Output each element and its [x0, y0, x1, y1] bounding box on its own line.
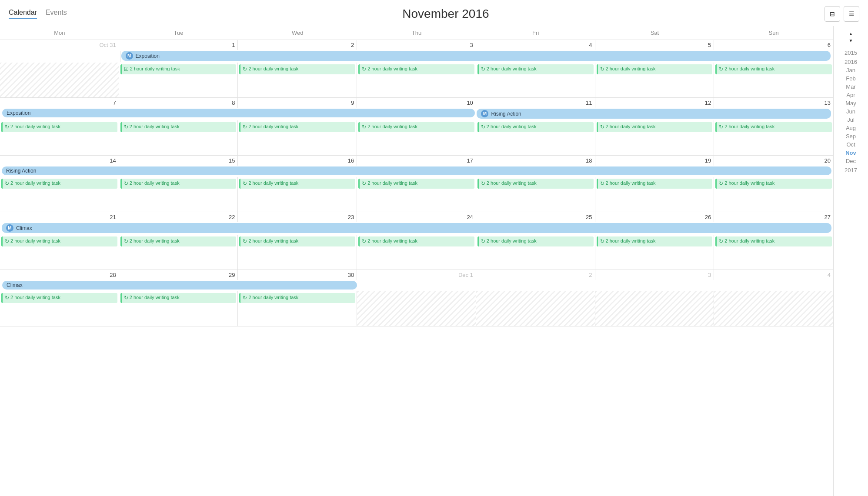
sidebar-month-feb[interactable]: Feb	[846, 75, 855, 82]
task-nov8[interactable]: ↻ 2 hour daily writing task	[120, 122, 237, 132]
sidebar-month-jan[interactable]: Jan	[846, 67, 855, 73]
banner-spacer	[2, 51, 120, 62]
exposition-banner[interactable]: M Exposition	[121, 51, 831, 61]
event-cell-nov22: ↻ 2 hour daily writing task	[119, 235, 238, 270]
task-label: 2 hour daily writing task	[130, 294, 180, 301]
sidebar-year-2017[interactable]: 2017	[845, 167, 857, 173]
task-nov18[interactable]: ↻ 2 hour daily writing task	[477, 179, 594, 189]
refresh-icon: ↻	[600, 66, 604, 73]
banner-label: Rising Action	[491, 111, 521, 117]
task-nov20[interactable]: ↻ 2 hour daily writing task	[715, 179, 832, 189]
sidebar-year-2016[interactable]: 2016	[845, 59, 857, 65]
event-cell-nov8: ↻ 2 hour daily writing task	[119, 120, 238, 155]
task-nov22[interactable]: ↻ 2 hour daily writing task	[120, 236, 237, 246]
rising-action-banner-w3[interactable]: Rising Action	[2, 166, 831, 175]
task-nov13[interactable]: ↻ 2 hour daily writing task	[715, 122, 832, 132]
rising-action-banner-w2[interactable]: M Rising Action	[477, 109, 831, 119]
event-cell-dec1	[357, 291, 476, 326]
task-nov21[interactable]: ↻ 2 hour daily writing task	[1, 236, 117, 246]
sidebar-month-dec[interactable]: Dec	[846, 158, 856, 164]
task-nov7[interactable]: ↻ 2 hour daily writing task	[1, 122, 117, 132]
task-nov6[interactable]: ↻ 2 hour daily writing task	[715, 64, 832, 74]
task-nov11[interactable]: ↻ 2 hour daily writing task	[477, 122, 594, 132]
climax-banner-w5[interactable]: Climax	[2, 281, 357, 290]
task-nov4[interactable]: ↻ 2 hour daily writing task	[477, 64, 594, 74]
refresh-icon: ↻	[719, 238, 723, 245]
task-nov17[interactable]: ↻ 2 hour daily writing task	[358, 179, 474, 189]
tab-calendar[interactable]: Calendar	[9, 9, 37, 19]
task-nov9[interactable]: ↻ 2 hour daily writing task	[239, 122, 355, 132]
task-nov14[interactable]: ↻ 2 hour daily writing task	[1, 179, 117, 189]
sidebar-year-2015[interactable]: 2015	[845, 50, 857, 56]
task-label: 2 hour daily writing task	[248, 123, 298, 130]
task-nov2[interactable]: ↻ 2 hour daily writing task	[239, 64, 355, 74]
task-nov12[interactable]: ↻ 2 hour daily writing task	[597, 122, 713, 132]
task-label: 2 hour daily writing task	[724, 123, 775, 130]
date-nov20: 20	[714, 156, 833, 166]
event-cell-nov12: ↻ 2 hour daily writing task	[595, 120, 714, 155]
main-layout: Mon Tue Wed Thu Fri Sat Sun Oct 31 1 2 3…	[0, 26, 868, 496]
sidebar-month-jul[interactable]: Jul	[847, 117, 855, 123]
refresh-icon: ↻	[481, 238, 485, 245]
event-cell-nov28: ↻ 2 hour daily writing task	[0, 291, 119, 326]
sidebar-month-jun[interactable]: Jun	[846, 108, 855, 115]
banner-exposition-1: M Exposition	[120, 51, 831, 62]
sidebar-month-may[interactable]: May	[845, 100, 856, 107]
right-sidebar: ▲ ▼ 2015 2016 Jan Feb Mar Apr May Jun Ju…	[833, 26, 868, 496]
task-nov5[interactable]: ↻ 2 hour daily writing task	[597, 64, 713, 74]
climax-banner-w4[interactable]: M Climax	[2, 223, 831, 233]
task-label: 2 hour daily writing task	[487, 123, 537, 130]
task-label: 2 hour daily writing task	[367, 123, 417, 130]
task-nov24[interactable]: ↻ 2 hour daily writing task	[358, 236, 474, 246]
menu-button[interactable]: ☰	[844, 6, 859, 22]
task-nov19[interactable]: ↻ 2 hour daily writing task	[597, 179, 713, 189]
sidebar-month-mar[interactable]: Mar	[846, 83, 855, 90]
banner-row-2: Exposition M Rising Action	[0, 108, 833, 120]
day-header-fri: Fri	[476, 30, 595, 36]
sidebar-month-aug[interactable]: Aug	[846, 125, 856, 131]
event-cell-nov5: ↻ 2 hour daily writing task	[595, 63, 714, 97]
task-nov29[interactable]: ↻ 2 hour daily writing task	[120, 293, 237, 303]
task-nov16[interactable]: ↻ 2 hour daily writing task	[239, 179, 355, 189]
banner-row-1: M Exposition	[0, 50, 833, 63]
events-row-3: ↻ 2 hour daily writing task ↻ 2 hour dai…	[0, 177, 833, 212]
date-nov11: 11	[476, 98, 595, 108]
sidebar-month-sep[interactable]: Sep	[846, 133, 856, 140]
filter-button[interactable]: ⊟	[825, 6, 840, 22]
event-cell-nov21: ↻ 2 hour daily writing task	[0, 235, 119, 270]
task-nov30[interactable]: ↻ 2 hour daily writing task	[239, 293, 355, 303]
week-2: 7 8 9 10 11 12 13 Exposition	[0, 98, 833, 156]
task-nov25[interactable]: ↻ 2 hour daily writing task	[477, 236, 594, 246]
sidebar-month-apr[interactable]: Apr	[846, 92, 855, 98]
day-header-sat: Sat	[595, 30, 714, 36]
task-nov26[interactable]: ↻ 2 hour daily writing task	[597, 236, 713, 246]
date-nov10: 10	[357, 98, 476, 108]
date-nov15: 15	[119, 156, 238, 166]
task-nov1[interactable]: ☑ 2 hour daily writing task	[120, 64, 237, 74]
exposition-banner-w2[interactable]: Exposition	[2, 109, 475, 117]
event-cell-nov17: ↻ 2 hour daily writing task	[357, 177, 476, 212]
task-nov28[interactable]: ↻ 2 hour daily writing task	[1, 293, 117, 303]
scroll-up-button[interactable]: ▲	[848, 30, 854, 37]
task-nov3[interactable]: ↻ 2 hour daily writing task	[358, 64, 474, 74]
sidebar-month-oct[interactable]: Oct	[846, 141, 855, 148]
refresh-icon: ↻	[362, 123, 366, 131]
task-label: 2 hour daily writing task	[10, 238, 60, 244]
task-nov23[interactable]: ↻ 2 hour daily writing task	[239, 236, 355, 246]
banner-row-5: Climax	[0, 280, 833, 291]
event-cell-nov2: ↻ 2 hour daily writing task	[238, 63, 357, 97]
date-nov28: 28	[0, 270, 119, 280]
scroll-down-button[interactable]: ▼	[848, 37, 854, 44]
task-nov10[interactable]: ↻ 2 hour daily writing task	[358, 122, 474, 132]
refresh-icon: ↻	[243, 180, 247, 187]
sidebar-month-nov[interactable]: Nov	[845, 150, 856, 156]
task-nov27[interactable]: ↻ 2 hour daily writing task	[715, 236, 832, 246]
refresh-icon: ↻	[5, 180, 9, 187]
event-cell-nov24: ↻ 2 hour daily writing task	[357, 235, 476, 270]
dates-row-3: 14 15 16 17 18 19 20	[0, 156, 833, 166]
task-nov15[interactable]: ↻ 2 hour daily writing task	[120, 179, 237, 189]
task-label: 2 hour daily writing task	[10, 180, 60, 186]
week-4: 21 22 23 24 25 26 27 M Climax	[0, 212, 833, 270]
tab-events[interactable]: Events	[46, 9, 67, 19]
banner-label: Climax	[7, 282, 23, 288]
